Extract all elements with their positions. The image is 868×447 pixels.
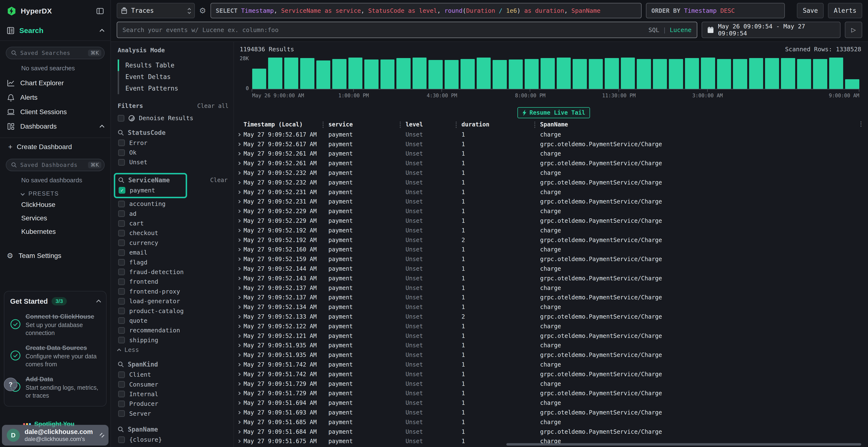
checkbox[interactable] (118, 259, 125, 266)
table-row[interactable]: May 27 9:09:52.231 AMpaymentUnset1grpc.o… (234, 197, 868, 207)
histogram-bar[interactable] (284, 58, 298, 89)
table-row[interactable]: May 27 9:09:52.231 AMpaymentUnset1charge (234, 187, 868, 197)
filter-option-payment[interactable]: ✓payment (118, 185, 182, 195)
histogram-bar[interactable] (268, 58, 282, 89)
checkbox[interactable] (118, 139, 125, 146)
table-row[interactable]: May 27 9:09:52.192 AMpaymentUnset2grpc.o… (234, 235, 868, 245)
help-button[interactable]: ? (4, 378, 18, 391)
run-query-button[interactable]: ▷ (845, 22, 862, 38)
histogram-bar[interactable] (701, 58, 715, 89)
sidebar-item-team-settings[interactable]: ⚙ Team Settings (0, 248, 111, 264)
expand-row-icon[interactable] (237, 296, 241, 299)
expand-row-icon[interactable] (237, 277, 241, 280)
date-range-picker[interactable]: May 26 09:09:54 - May 27 09:09:54 (702, 22, 840, 38)
filter-option-Internal[interactable]: Internal (118, 389, 228, 399)
alerts-button[interactable]: Alerts (828, 3, 862, 18)
analysis-mode-event-deltas[interactable]: Event Deltas (118, 71, 228, 82)
expand-row-icon[interactable] (237, 143, 241, 146)
checkbox[interactable] (118, 239, 125, 246)
denoise-results-option[interactable]: Denoise Results (118, 115, 228, 122)
sidebar-item-dashboards[interactable]: Dashboards (0, 119, 111, 134)
table-row[interactable]: May 27 9:09:52.617 AMpaymentUnset1grpc.o… (234, 139, 868, 149)
table-row[interactable]: May 27 9:09:52.261 AMpaymentUnset1grpc.o… (234, 159, 868, 168)
expand-row-icon[interactable] (237, 286, 241, 290)
histogram-bar[interactable] (412, 58, 427, 89)
table-row[interactable]: May 27 9:09:52.232 AMpaymentUnset1grpc.o… (234, 178, 868, 187)
table-row[interactable]: May 27 9:09:52.159 AMpaymentUnset1grpc.o… (234, 254, 868, 264)
sidebar-item-kubernetes[interactable]: Kubernetes (0, 225, 111, 238)
chevron-up-icon[interactable] (96, 300, 101, 304)
filter-option-quote[interactable]: quote (118, 316, 228, 325)
mode-lucene-toggle[interactable]: Lucene (670, 27, 691, 33)
filter-option-flagd[interactable]: flagd (118, 257, 228, 267)
resume-live-tail-button[interactable]: Resume Live Tail (518, 107, 590, 118)
table-row[interactable]: May 27 9:09:52.261 AMpaymentUnset1charge (234, 149, 868, 159)
table-row[interactable]: May 27 9:09:52.137 AMpaymentUnset1grpc.o… (234, 293, 868, 303)
expand-row-icon[interactable] (237, 315, 241, 318)
expand-row-icon[interactable] (237, 191, 241, 194)
histogram-bar[interactable] (813, 59, 827, 89)
checkbox[interactable] (118, 230, 125, 237)
chevron-up-icon[interactable] (100, 29, 104, 34)
sql-editor[interactable]: SELECT Timestamp, ServiceName as service… (211, 3, 642, 18)
checkbox[interactable] (118, 437, 125, 443)
checkbox-checked[interactable]: ✓ (119, 187, 125, 194)
table-row[interactable]: May 27 9:09:52.133 AMpaymentUnset2grpc.o… (234, 312, 868, 321)
filter-group-header[interactable]: SpanName (118, 424, 228, 435)
table-row[interactable]: May 27 9:09:51.694 AMpaymentUnset1charge (234, 398, 868, 408)
histogram-bar[interactable] (749, 58, 763, 89)
histogram-bar[interactable] (332, 59, 346, 89)
expand-row-icon[interactable] (237, 344, 241, 347)
table-row[interactable]: May 27 9:09:52.192 AMpaymentUnset1charge (234, 226, 868, 235)
histogram-bar[interactable] (316, 61, 330, 89)
expand-row-icon[interactable] (237, 133, 241, 136)
checkbox[interactable] (118, 249, 125, 256)
table-row[interactable]: May 27 9:09:52.143 AMpaymentUnset1grpc.o… (234, 274, 868, 283)
expand-row-icon[interactable] (237, 181, 241, 184)
checkbox[interactable] (118, 269, 125, 275)
filter-group-header[interactable]: SpanKind (118, 359, 228, 370)
histogram-bar[interactable] (845, 79, 859, 89)
checkbox[interactable] (118, 401, 125, 407)
filter-option-load-generator[interactable]: load-generator (118, 296, 228, 306)
column-header-timestamp[interactable]: Timestamp (Local) (244, 121, 329, 128)
expand-row-icon[interactable] (237, 257, 241, 261)
filter-option-product-catalog[interactable]: product-catalog (118, 306, 228, 316)
expand-row-icon[interactable] (237, 382, 241, 386)
filter-option-recommendation[interactable]: recommendation (118, 325, 228, 335)
expand-row-icon[interactable] (237, 305, 241, 309)
expand-row-icon[interactable] (237, 267, 241, 271)
filter-option-Unset[interactable]: Unset (118, 158, 228, 167)
save-button[interactable]: Save (797, 3, 824, 18)
histogram-bar[interactable] (653, 59, 667, 89)
table-row[interactable]: May 27 9:09:51.935 AMpaymentUnset1charge (234, 341, 868, 350)
table-row[interactable]: May 27 9:09:51.685 AMpaymentUnset1charge (234, 417, 868, 427)
sidebar-item-alerts[interactable]: Alerts (0, 90, 111, 105)
filter-option-frontend[interactable]: frontend (118, 277, 228, 286)
table-row[interactable]: May 27 9:09:52.232 AMpaymentUnset1charge (234, 168, 868, 178)
checkbox[interactable] (118, 115, 124, 122)
filter-option-fraud-detection[interactable]: fraud-detection (118, 267, 228, 277)
histogram-bar[interactable] (461, 59, 474, 89)
table-row[interactable]: May 27 9:09:52.144 AMpaymentUnset1charge (234, 264, 868, 274)
show-less-toggle[interactable]: Less (118, 346, 228, 353)
histogram-bar[interactable] (781, 58, 795, 89)
column-header-level[interactable]: level (406, 121, 462, 128)
histogram-bar[interactable] (669, 59, 683, 89)
clear-all-button[interactable]: Clear all (197, 103, 228, 109)
expand-row-icon[interactable] (237, 219, 241, 222)
table-row[interactable]: May 27 9:09:52.617 AMpaymentUnset1charge (234, 130, 868, 139)
table-row[interactable]: May 27 9:09:51.935 AMpaymentUnset1grpc.o… (234, 350, 868, 360)
checkbox[interactable] (118, 308, 125, 314)
histogram-bar[interactable] (444, 60, 459, 89)
expand-row-icon[interactable] (237, 152, 241, 156)
filter-option-Client[interactable]: Client (118, 370, 228, 379)
sidebar-item-services[interactable]: Services (0, 211, 111, 225)
checkbox[interactable] (118, 317, 125, 324)
histogram-bar[interactable] (525, 59, 539, 89)
histogram-bar[interactable] (589, 59, 603, 89)
get-started-step-connect[interactable]: Connect to ClickHouse Set up your databa… (10, 312, 100, 337)
histogram-bar[interactable] (557, 58, 571, 89)
expand-row-icon[interactable] (237, 229, 241, 232)
expand-row-icon[interactable] (237, 373, 241, 376)
